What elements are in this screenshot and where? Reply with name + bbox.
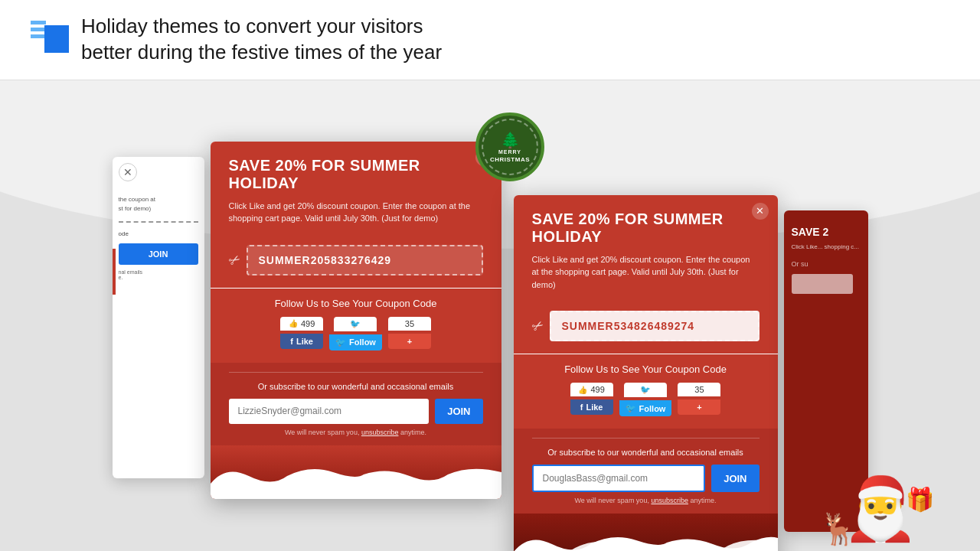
- partial-subscribe-text: nal emails e.: [119, 269, 198, 280]
- fb-count-2: 👍 499: [570, 383, 613, 396]
- red-bar: [113, 249, 116, 295]
- follow-us-text-1: Follow Us to See Your Coupon Code: [229, 298, 483, 309]
- twitter-btn-1[interactable]: 🐦 🐦 Follow: [329, 317, 382, 350]
- gift-figure: 🎁: [906, 486, 934, 513]
- popup-card-2: ✕ SAVE 20% FOR SUMMER HOLIDAY Click Like…: [514, 195, 778, 551]
- coupon-area-2: ✂ SUMMER534826489274: [514, 305, 778, 354]
- code-label: ode: [119, 230, 198, 237]
- subscribe-divider-1: [229, 372, 483, 373]
- subscribe-form-2: JOIN: [532, 465, 760, 492]
- coupon-box-2: SUMMER534826489274: [550, 311, 760, 341]
- dashes-divider: [119, 221, 198, 223]
- bird-icon-2: 🐦: [640, 385, 651, 395]
- partial-right-content: SAVE 2 Click Like... shopping c... Or su: [784, 210, 868, 302]
- gp-count-2: 35: [678, 383, 720, 396]
- thumb-icon-1: 👍: [289, 319, 298, 328]
- stamp-inner: 🌲 MERRY CHRISTMAS: [490, 131, 530, 163]
- christmas-scene-2: [514, 514, 778, 551]
- facebook-btn-2[interactable]: 👍 499 f Like: [570, 383, 613, 416]
- christmas-badge-wrapper: 🌲 MERRY CHRISTMAS: [475, 112, 544, 181]
- coupon-code-2[interactable]: SUMMER534826489274: [562, 320, 747, 332]
- scissors-icon-1: ✂: [225, 249, 243, 270]
- unsubscribe-link-1[interactable]: unsubscribe: [361, 429, 399, 436]
- unsubscribe-link-2[interactable]: unsubscribe: [651, 497, 688, 504]
- no-spam-text-2: We will never spam you, unsubscribe anyt…: [532, 497, 760, 504]
- partial-input-placeholder: [792, 274, 853, 294]
- tw-icon-1: 🐦: [335, 337, 346, 347]
- tw-follow-btn-2[interactable]: 🐦 Follow: [619, 400, 672, 416]
- twitter-btn-2[interactable]: 🐦 🐦 Follow: [619, 383, 672, 416]
- social-buttons-1: 👍 499 f Like 🐦: [229, 317, 483, 350]
- coupon-area-1: ✂ SUMMER205833276429: [211, 239, 501, 288]
- partial-right-title: SAVE 2: [792, 226, 861, 238]
- popup-1-header: ✕ SAVE 20% FOR SUMMER HOLIDAY Click Like…: [211, 142, 501, 239]
- coupon-code-1[interactable]: SUMMER205833276429: [259, 254, 471, 266]
- christmas-scene-1: [211, 445, 501, 499]
- tw-count-2: 🐦: [624, 383, 667, 397]
- fb-icon-1: f: [290, 337, 293, 346]
- subscribe-form-1: JOIN: [229, 399, 483, 424]
- stamp-tree-icon: 🌲: [490, 131, 530, 149]
- tw-follow-btn-1[interactable]: 🐦 Follow: [329, 334, 382, 350]
- gp-plus-btn-2[interactable]: +: [678, 399, 720, 415]
- popup-2-title: SAVE 20% FOR SUMMER HOLIDAY: [532, 210, 760, 246]
- snow-hills-svg-1: [211, 461, 501, 499]
- subscribe-text-1: Or subscribe to our wonderful and occasi…: [229, 382, 483, 391]
- app-logo: [31, 21, 69, 59]
- tw-count-1: 🐦: [334, 317, 377, 331]
- social-section-2: Follow Us to See Your Coupon Code 👍 499 …: [514, 354, 778, 429]
- social-section-1: Follow Us to See Your Coupon Code 👍 499 …: [211, 289, 501, 363]
- subscribe-divider-2: [532, 438, 760, 439]
- subscribe-section-1: Or subscribe to our wonderful and occasi…: [211, 363, 501, 445]
- popup-card-1: ✕ SAVE 20% FOR SUMMER HOLIDAY Click Like…: [211, 142, 501, 499]
- fb-count-1: 👍 499: [280, 317, 323, 331]
- popup-left-partial: ✕ the coupon at st for demo) ode JOIN na…: [113, 157, 204, 478]
- fb-like-btn-1[interactable]: f Like: [280, 334, 323, 349]
- subscribe-section-2: Or subscribe to our wonderful and occasi…: [514, 429, 778, 514]
- partial-text: the coupon at st for demo): [119, 195, 198, 214]
- fb-like-btn-2[interactable]: f Like: [570, 399, 613, 415]
- facebook-btn-1[interactable]: 👍 499 f Like: [280, 317, 323, 350]
- popup-2-subtitle: Click Like and get 20% discount coupon. …: [532, 253, 760, 292]
- logo-stripes: [31, 21, 46, 38]
- social-buttons-2: 👍 499 f Like 🐦: [532, 383, 760, 416]
- main-area: 🌲 MERRY CHRISTMAS ✕ the coupon at st for…: [0, 80, 980, 551]
- email-input-2[interactable]: [532, 465, 706, 492]
- fb-icon-2: f: [580, 403, 583, 412]
- join-button-1[interactable]: JOIN: [435, 399, 482, 424]
- tw-icon-2: 🐦: [626, 403, 636, 413]
- thumb-icon-2: 👍: [578, 386, 587, 394]
- popup-2-header: ✕ SAVE 20% FOR SUMMER HOLIDAY Click Like…: [514, 195, 778, 305]
- gp-count-1: 35: [388, 317, 431, 331]
- santa-area: 🎅 🦌 🎁: [842, 478, 919, 540]
- logo-blue-rect: [44, 25, 69, 53]
- partial-right-subscribe: Or su: [792, 260, 861, 268]
- follow-us-text-2: Follow Us to See Your Coupon Code: [532, 364, 760, 375]
- popup-1-subtitle: Click Like and get 20% discount coupon. …: [229, 200, 483, 225]
- close-button-2[interactable]: ✕: [752, 203, 769, 220]
- popups-container: ✕ the coupon at st for demo) ode JOIN na…: [0, 142, 980, 551]
- page-container: Holiday themes to convert your visitors …: [0, 0, 980, 551]
- header: Holiday themes to convert your visitors …: [0, 0, 980, 80]
- coupon-box-1: SUMMER205833276429: [247, 245, 483, 276]
- popup-1-title: SAVE 20% FOR SUMMER HOLIDAY: [229, 157, 483, 192]
- subscribe-text-2: Or subscribe to our wonderful and occasi…: [532, 448, 760, 457]
- partial-join-button[interactable]: JOIN: [119, 243, 198, 265]
- partial-right-text: Click Like... shopping c...: [792, 243, 861, 251]
- gp-plus-btn-1[interactable]: +: [388, 334, 431, 349]
- join-button-2[interactable]: JOIN: [711, 465, 759, 492]
- close-button-left[interactable]: ✕: [119, 163, 137, 181]
- email-input-1[interactable]: [229, 399, 430, 424]
- bird-icon-1: 🐦: [350, 319, 361, 329]
- googleplus-btn-2[interactable]: 35 +: [678, 383, 720, 416]
- scissors-icon-2: ✂: [528, 316, 547, 337]
- christmas-badge: 🌲 MERRY CHRISTMAS: [475, 112, 544, 181]
- header-title: Holiday themes to convert your visitors …: [81, 14, 442, 66]
- no-spam-text-1: We will never spam you, unsubscribe anyt…: [229, 429, 483, 436]
- googleplus-btn-1[interactable]: 35 +: [388, 317, 431, 350]
- snow-hills-svg-2: [514, 529, 778, 551]
- reindeer-figure: 🦌: [819, 511, 858, 547]
